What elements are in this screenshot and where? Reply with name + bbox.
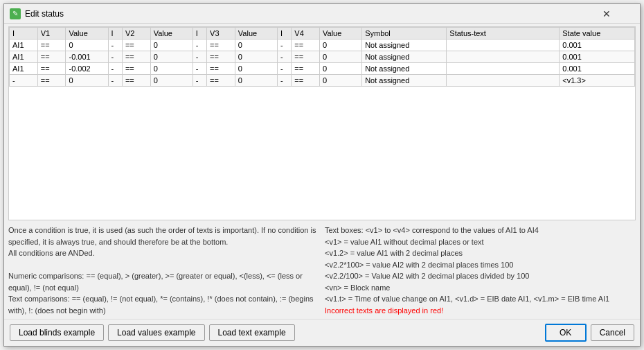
table-cell-3-14: <v1.3> xyxy=(560,75,635,87)
info-right-p1: Text boxes: <v1> to <v4> correspond to t… xyxy=(325,225,636,236)
col-header-val4: Value xyxy=(320,28,362,40)
table-cell-0-13 xyxy=(447,40,560,51)
col-header-val1: Value xyxy=(66,28,108,40)
col-header-sep2: I xyxy=(193,28,206,40)
load-values-button[interactable]: Load values example xyxy=(108,324,204,341)
table-cell-3-6: - xyxy=(193,75,206,87)
table-cell-2-1: == xyxy=(37,63,66,75)
table-cell-2-0: AI1 xyxy=(10,63,38,75)
col-header-sep1: I xyxy=(108,28,122,40)
dialog-icon: ✎ xyxy=(10,8,21,19)
table-header-row: I V1 Value I V2 Value I V3 Value I V4 Va… xyxy=(10,28,635,40)
table-row[interactable]: AI1==-0.001-==0-==0-==0Not assigned0.001 xyxy=(10,51,635,63)
table-cell-3-11: 0 xyxy=(320,75,362,87)
button-row: Load blinds example Load values example … xyxy=(4,319,640,346)
title-bar: ✎ Edit status ✕ xyxy=(4,4,640,24)
col-header-sep3: I xyxy=(277,28,291,40)
table-cell-2-2: -0.002 xyxy=(66,63,108,75)
table-cell-0-8: 0 xyxy=(235,40,277,51)
cancel-button[interactable]: Cancel xyxy=(591,324,634,341)
table-cell-2-8: 0 xyxy=(235,63,277,75)
table-cell-2-7: == xyxy=(207,63,235,75)
table-cell-3-8: 0 xyxy=(235,75,277,87)
table-row[interactable]: -==0-==0-==0-==0Not assigned<v1.3> xyxy=(10,75,635,87)
table-cell-1-0: AI1 xyxy=(10,51,38,63)
table-cell-2-10: == xyxy=(292,63,320,75)
info-right-p3: <v1.2> = value AI1 with 2 decimal places xyxy=(325,247,636,259)
table-cell-2-6: - xyxy=(193,63,206,75)
title-bar-left: ✎ Edit status xyxy=(10,8,64,19)
table-cell-1-1: == xyxy=(37,51,66,63)
table-cell-0-4: == xyxy=(122,40,150,51)
table-cell-3-4: == xyxy=(122,75,150,87)
table-cell-2-4: == xyxy=(122,63,150,75)
col-header-status: Status-text xyxy=(447,28,560,40)
table-cell-2-3: - xyxy=(108,63,122,75)
table-cell-0-1: == xyxy=(37,40,66,51)
table-cell-1-3: - xyxy=(108,51,122,63)
info-right-p8: Incorrect texts are displayed in red! xyxy=(325,305,636,317)
ok-button[interactable]: OK xyxy=(545,324,587,342)
table-cell-0-5: 0 xyxy=(150,40,193,51)
table-cell-0-3: - xyxy=(108,40,122,51)
col-header-state: State value xyxy=(560,28,635,40)
col-header-v2: V2 xyxy=(122,28,150,40)
table-cell-0-10: == xyxy=(292,40,320,51)
info-area: Once a condition is true, it is used (as… xyxy=(4,222,640,319)
col-header-v1: V1 xyxy=(37,28,66,40)
col-header-v3: V3 xyxy=(207,28,235,40)
table-cell-0-2: 0 xyxy=(66,40,108,51)
table-cell-3-10: == xyxy=(292,75,320,87)
table-cell-3-1: == xyxy=(37,75,66,87)
table-cell-1-5: 0 xyxy=(150,51,193,63)
info-right-p5: <v2.2/100> = Value AI2 with 2 decimal pl… xyxy=(325,270,636,282)
table-cell-2-12: Not assigned xyxy=(362,63,447,75)
load-text-button[interactable]: Load text example xyxy=(209,324,295,341)
info-right-p7: <v1.t> = Time of value change on AI1, <v… xyxy=(325,293,636,305)
edit-status-dialog: ✎ Edit status ✕ I V1 Value I V2 Value I … xyxy=(3,3,641,347)
table-cell-1-9: - xyxy=(277,51,291,63)
col-header-val2: Value xyxy=(150,28,193,40)
info-left-p2: All conditions are ANDed. xyxy=(8,247,319,259)
info-left: Once a condition is true, it is used (as… xyxy=(8,225,319,316)
col-header-val3: Value xyxy=(235,28,277,40)
info-right: Text boxes: <v1> to <v4> correspond to t… xyxy=(325,225,636,316)
table-cell-3-13 xyxy=(447,75,560,87)
table-cell-1-11: 0 xyxy=(320,51,362,63)
table-row[interactable]: AI1==0-==0-==0-==0Not assigned0.001 xyxy=(10,40,635,51)
table-cell-2-14: 0.001 xyxy=(560,63,635,75)
table-cell-3-12: Not assigned xyxy=(362,75,447,87)
table-cell-1-14: 0.001 xyxy=(560,51,635,63)
table-cell-0-12: Not assigned xyxy=(362,40,447,51)
table-cell-1-13 xyxy=(447,51,560,63)
col-header-v4: V4 xyxy=(292,28,320,40)
col-header-i1: I xyxy=(10,28,38,40)
table-cell-0-6: - xyxy=(193,40,206,51)
info-right-p6: <vn> = Block name xyxy=(325,282,636,294)
table-cell-1-10: == xyxy=(292,51,320,63)
load-blinds-button[interactable]: Load blinds example xyxy=(10,324,104,341)
table-cell-3-0: - xyxy=(10,75,38,87)
table-cell-3-2: 0 xyxy=(66,75,108,87)
table-cell-3-3: - xyxy=(108,75,122,87)
table-cell-1-12: Not assigned xyxy=(362,51,447,63)
table-cell-1-2: -0.001 xyxy=(66,51,108,63)
info-right-p4: <v2.2*100> = value AI2 with 2 decimal pl… xyxy=(325,259,636,271)
table-cell-3-7: == xyxy=(207,75,235,87)
table-cell-2-13 xyxy=(447,63,560,75)
table-cell-3-5: 0 xyxy=(150,75,193,87)
table-row[interactable]: AI1==-0.002-==0-==0-==0Not assigned0.001 xyxy=(10,63,635,75)
table-cell-0-7: == xyxy=(207,40,235,51)
table-cell-0-11: 0 xyxy=(320,40,362,51)
info-left-p4: Text comparisons: == (equal), != (not eq… xyxy=(8,293,319,316)
table-cell-0-14: 0.001 xyxy=(560,40,635,51)
table-cell-3-9: - xyxy=(277,75,291,87)
table-cell-1-4: == xyxy=(122,51,150,63)
table-cell-0-0: AI1 xyxy=(10,40,38,51)
status-table: I V1 Value I V2 Value I V3 Value I V4 Va… xyxy=(9,27,635,87)
table-cell-1-8: 0 xyxy=(235,51,277,63)
close-button[interactable]: ✕ xyxy=(579,7,634,21)
table-cell-0-9: - xyxy=(277,40,291,51)
table-cell-2-5: 0 xyxy=(150,63,193,75)
table-cell-2-9: - xyxy=(277,63,291,75)
